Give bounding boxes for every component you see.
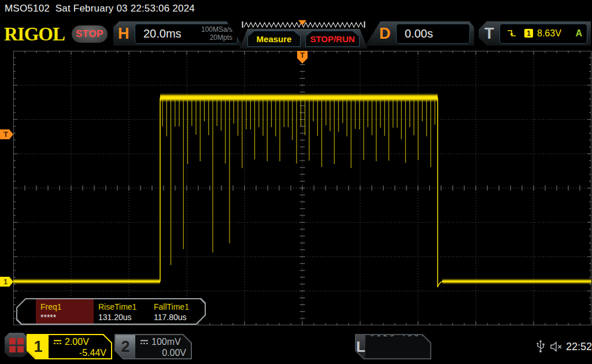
measurement-overlay-body: Freq1 ***** RiseTime1 131.20us FallTime1… <box>17 299 205 324</box>
measurement-value: 131.20us <box>98 312 149 322</box>
channel2-offset: 0.00V <box>140 347 186 358</box>
measure-button[interactable]: Measure <box>247 31 301 47</box>
logic-row2: 8 9 1011 12131415 <box>370 357 438 364</box>
channel1-offset: -5.44V <box>53 347 106 358</box>
run-state-badge[interactable]: STOP <box>72 25 108 43</box>
channel1-readout: 2.00V -5.44V <box>49 335 111 358</box>
acquisition-info: 100MSa/s 20Mpts <box>201 25 232 42</box>
channel2-panel-body: 2 100mV 0.00V <box>116 335 191 358</box>
memory-depth: 20Mpts <box>201 34 232 42</box>
dc-coupling-icon <box>140 339 149 345</box>
delay-value: 0.00s <box>405 27 433 40</box>
channel1-marker-letter: 1 <box>3 277 8 286</box>
channel2-readout: 100mV 0.00V <box>135 335 191 358</box>
trigger-level-letter: T <box>3 130 8 139</box>
measurement-name: RiseTime1 <box>98 302 149 312</box>
menu-grid-square <box>9 338 16 344</box>
measure-button-label: Measure <box>248 31 300 46</box>
measurement-value: 117.80us <box>154 312 205 322</box>
falling-edge-icon <box>507 29 517 38</box>
timebase-box: 20.0ms 100MSa/s 20Mpts <box>135 24 238 44</box>
menu-grid-square <box>17 346 24 352</box>
horizontal-panel[interactable]: H 20.0ms 100MSa/s 20Mpts <box>113 21 243 46</box>
measurement-item-risetime1[interactable]: RiseTime1 131.20us <box>94 299 149 324</box>
trigger-level-value: 8.63V <box>537 28 561 39</box>
datetime: Sat February 03 22:53:06 2024 <box>56 3 195 14</box>
channel1-number-tab: 1 <box>28 335 49 358</box>
logic-row1: 0 1 2 3 4 5 6 7 <box>370 329 438 339</box>
strip-trigger-position-icon[interactable] <box>298 20 306 25</box>
menu-grid-square <box>9 346 16 352</box>
waveform-display <box>13 51 591 325</box>
sample-rate: 100MSa/s <box>201 25 232 34</box>
measurement-item-freq1[interactable]: Freq1 ***** <box>36 299 94 324</box>
menu-grid-icon[interactable] <box>5 333 28 357</box>
logic-label-tab: L <box>356 335 365 358</box>
channel1-panel[interactable]: 1 2.00V -5.44V <box>27 334 112 359</box>
delay-panel[interactable]: D 0.00s <box>365 21 474 46</box>
channel1-panel-body: 1 2.00V -5.44V <box>28 335 111 358</box>
timebase-value: 20.0ms <box>143 27 182 40</box>
usb-icon <box>536 340 545 354</box>
delay-label: D <box>379 25 391 43</box>
trigger-mode-auto: A <box>575 28 582 39</box>
logic-panel[interactable]: L 0 1 2 3 4 5 6 7 8 9 1011 12131415 <box>355 334 431 359</box>
clock-time: 22:52 <box>566 341 592 353</box>
rigol-logo: RIGOL <box>4 23 65 45</box>
measurement-item-falltime1[interactable]: FallTime1 117.80us <box>149 299 205 324</box>
measurement-value: ***** <box>40 312 94 322</box>
channel2-scale: 100mV <box>151 336 181 347</box>
speaker-muted-icon[interactable] <box>550 341 563 352</box>
channel2-number-tab: 2 <box>116 335 135 358</box>
measurement-name: FallTime1 <box>154 302 205 312</box>
channel1-position-marker[interactable]: 1 <box>0 277 13 287</box>
menu-grid-square <box>17 338 24 344</box>
trigger-position-letter: T <box>300 51 305 64</box>
horizontal-label: H <box>118 25 130 43</box>
stop-run-button-label: STOP/RUN <box>306 31 359 46</box>
trigger-source-badge: 1 <box>524 29 533 38</box>
trigger-level-marker[interactable]: T <box>0 129 13 139</box>
status-bar: MSO5102 Sat February 03 22:53:06 2024 <box>5 3 195 14</box>
dc-coupling-icon <box>53 339 62 345</box>
channel2-panel[interactable]: 2 100mV 0.00V <box>114 334 192 359</box>
stop-run-button[interactable]: STOP/RUN <box>305 31 360 47</box>
delay-box: 0.00s <box>396 24 470 44</box>
measurement-overlay[interactable]: Freq1 ***** RiseTime1 131.20us FallTime1… <box>16 298 206 325</box>
measurement-name: Freq1 <box>40 302 94 312</box>
model-name: MSO5102 <box>5 3 50 14</box>
trigger-panel[interactable]: T 1 8.63V A <box>479 21 591 46</box>
logic-panel-body: L 0 1 2 3 4 5 6 7 8 9 1011 12131415 <box>356 335 430 358</box>
channel1-scale: 2.00V <box>65 336 89 347</box>
trigger-label: T <box>484 25 494 43</box>
trigger-box: 1 8.63V A <box>500 24 587 44</box>
oscilloscope-screen: MSO5102 Sat February 03 22:53:06 2024 RI… <box>0 0 592 364</box>
